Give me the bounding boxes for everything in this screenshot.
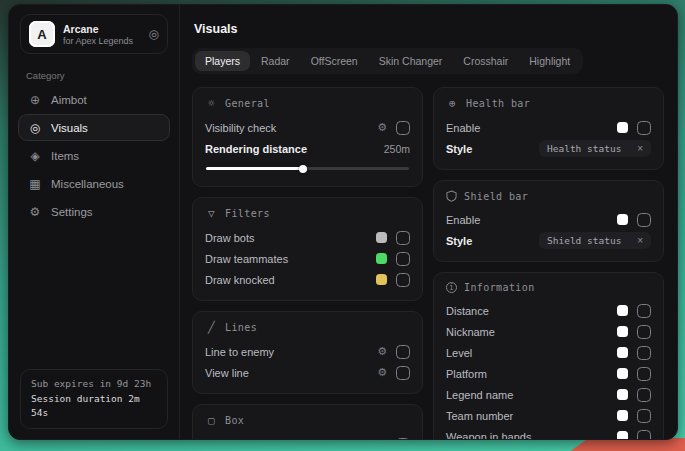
health-enable-checkbox[interactable] (637, 121, 651, 135)
sidebar-item-miscellaneous[interactable]: ▦ Miscellaneous (18, 170, 170, 197)
health-icon: ⊕ (446, 97, 459, 110)
info-icon: i (446, 282, 457, 293)
color-swatch[interactable] (617, 389, 628, 400)
app-header-card: A Arcane for Apex Legends ◎ (20, 14, 168, 54)
row-label: Enable (205, 439, 239, 441)
shield-style-select[interactable]: Shield status × (539, 232, 651, 249)
box-enable-row: Enable (205, 434, 410, 440)
clear-icon[interactable]: × (637, 144, 643, 154)
sun-icon: ☼ (205, 97, 218, 110)
section-title: Lines (225, 322, 257, 333)
view-line-checkbox[interactable] (396, 366, 410, 380)
row-label: Style (446, 235, 472, 247)
sidebar-item-items[interactable]: ◈ Items (18, 142, 170, 169)
section-title: Information (464, 282, 535, 293)
target-icon[interactable]: ◎ (149, 28, 159, 40)
general-header: ☼ General (205, 97, 410, 110)
sidebar: A Arcane for Apex Legends ◎ Category ⊕ A… (9, 5, 180, 439)
shield-enable-checkbox[interactable] (637, 213, 651, 227)
level-checkbox[interactable] (637, 346, 651, 360)
section-title: General (225, 98, 270, 109)
gear-icon[interactable]: ⚙ (377, 367, 387, 378)
platform-row: Platform (446, 363, 651, 384)
distance-row: Distance (446, 300, 651, 321)
gear-icon: ⚙ (28, 205, 42, 219)
nickname-checkbox[interactable] (637, 325, 651, 339)
section-title: Shield bar (464, 191, 528, 202)
clear-icon[interactable]: × (637, 236, 643, 246)
general-card: ☼ General Visibility check ⚙ Rendering d… (192, 87, 423, 187)
tab-skin-changer[interactable]: Skin Changer (369, 51, 453, 71)
sidebar-item-visuals[interactable]: ◎ Visuals (18, 114, 170, 141)
team-number-row: Team number (446, 405, 651, 426)
gear-icon[interactable]: ⚙ (377, 346, 387, 357)
color-swatch[interactable] (617, 326, 628, 337)
color-swatch[interactable] (617, 122, 628, 133)
sidebar-item-label: Items (51, 150, 79, 162)
sidebar-item-label: Miscellaneous (51, 178, 124, 190)
color-swatch[interactable] (376, 274, 387, 285)
tab-crosshair[interactable]: Crosshair (453, 51, 518, 71)
sidebar-item-label: Visuals (51, 122, 88, 134)
health-bar-card: ⊕ Health bar Enable Style Health stat (433, 87, 664, 170)
color-swatch[interactable] (617, 347, 628, 358)
row-label: View line (205, 367, 249, 379)
box-card: ▢ Box Enable Enable background (192, 404, 423, 440)
box-icon: ▢ (205, 414, 218, 427)
draw-bots-row: Draw bots (205, 227, 410, 248)
slider-fill (206, 167, 303, 170)
distance-checkbox[interactable] (637, 304, 651, 318)
visibility-check-row: Visibility check ⚙ (205, 117, 410, 138)
color-swatch[interactable] (617, 410, 628, 421)
tab-offscreen[interactable]: OffScreen (301, 51, 368, 71)
app-logo: A (29, 21, 55, 47)
shield-style-row: Style Shield status × (446, 230, 651, 251)
row-label: Enable (446, 122, 480, 134)
rendering-distance-slider[interactable] (206, 164, 409, 173)
color-swatch[interactable] (376, 232, 387, 243)
line-to-enemy-checkbox[interactable] (396, 345, 410, 359)
filters-header: ▽ Filters (205, 207, 410, 220)
sidebar-item-settings[interactable]: ⚙ Settings (18, 198, 170, 225)
color-swatch[interactable] (376, 439, 387, 440)
tab-highlight[interactable]: Highlight (519, 51, 580, 71)
app-window: A Arcane for Apex Legends ◎ Category ⊕ A… (8, 4, 678, 440)
row-label: Line to enemy (205, 346, 274, 358)
section-title: Health bar (466, 98, 530, 109)
draw-knocked-checkbox[interactable] (396, 273, 410, 287)
color-swatch[interactable] (617, 305, 628, 316)
visibility-check-checkbox[interactable] (396, 121, 410, 135)
color-swatch[interactable] (617, 368, 628, 379)
row-label: Team number (446, 410, 513, 422)
gear-icon[interactable]: ⚙ (377, 122, 387, 133)
box-header: ▢ Box (205, 414, 410, 427)
row-label: Enable (446, 214, 480, 226)
eye-icon: ◎ (28, 121, 42, 135)
shield-bar-card: Shield bar Enable Style Shield status (433, 180, 664, 262)
row-label: Weapon in hands (446, 431, 531, 441)
health-style-select[interactable]: Health status × (539, 140, 651, 157)
tab-players[interactable]: Players (195, 51, 250, 71)
draw-bots-checkbox[interactable] (396, 231, 410, 245)
team-number-checkbox[interactable] (637, 409, 651, 423)
lines-card: ╱ Lines Line to enemy ⚙ View line ⚙ (192, 311, 423, 394)
row-label: Rendering distance (205, 143, 307, 155)
sidebar-item-label: Aimbot (51, 94, 87, 106)
color-swatch[interactable] (617, 214, 628, 225)
section-title: Box (225, 415, 244, 426)
line-to-enemy-row: Line to enemy ⚙ (205, 341, 410, 362)
slider-thumb[interactable] (299, 165, 307, 173)
funnel-icon: ▽ (205, 207, 218, 220)
color-swatch[interactable] (617, 431, 628, 440)
tab-radar[interactable]: Radar (251, 51, 300, 71)
color-swatch[interactable] (376, 253, 387, 264)
box-enable-checkbox[interactable] (396, 438, 410, 441)
diagonal-line-icon: ╱ (205, 321, 218, 334)
row-label: Level (446, 347, 472, 359)
weapon-in-hands-checkbox[interactable] (637, 430, 651, 441)
draw-teammates-checkbox[interactable] (396, 252, 410, 266)
legend-name-checkbox[interactable] (637, 388, 651, 402)
sub-expiry-text: Sub expires in 9d 23h (31, 377, 157, 392)
platform-checkbox[interactable] (637, 367, 651, 381)
sidebar-item-aimbot[interactable]: ⊕ Aimbot (18, 86, 170, 113)
